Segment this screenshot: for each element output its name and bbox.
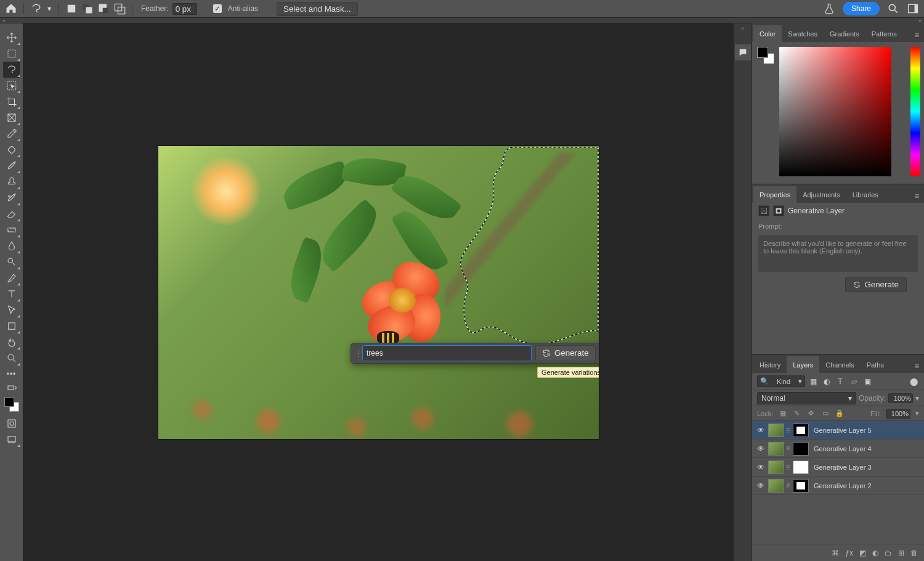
layer-mask-thumb[interactable]: [793, 479, 809, 493]
shape-tool[interactable]: [3, 318, 20, 334]
more-tools[interactable]: •••: [3, 366, 20, 382]
move-tool[interactable]: [3, 30, 20, 46]
layer-name[interactable]: Generative Layer 3: [811, 464, 920, 471]
frame-tool[interactable]: [3, 110, 20, 126]
filter-shape-icon[interactable]: ▱: [848, 376, 859, 387]
hue-slider[interactable]: [910, 47, 920, 176]
layer-row[interactable]: 👁 ⎘ Generative Layer 2: [752, 477, 924, 495]
comments-icon[interactable]: [735, 44, 751, 60]
document-canvas[interactable]: Generate ••• Back Generate variations: [158, 146, 599, 439]
home-icon[interactable]: [5, 2, 17, 15]
generate-button[interactable]: Generate: [535, 345, 596, 361]
panel-menu-icon[interactable]: ≡: [911, 359, 923, 373]
history-brush-tool[interactable]: [3, 190, 20, 206]
expand-panels-icon[interactable]: «: [741, 25, 744, 31]
visibility-toggle-icon[interactable]: 👁: [756, 463, 766, 472]
mask-icon[interactable]: ◩: [859, 549, 866, 557]
gradient-tool[interactable]: [3, 222, 20, 238]
eraser-tool[interactable]: [3, 206, 20, 222]
blur-tool[interactable]: [3, 238, 20, 254]
edit-toolbar[interactable]: [3, 382, 20, 393]
filter-smart-icon[interactable]: ▣: [862, 376, 873, 387]
selection-add-icon[interactable]: [81, 2, 94, 15]
fx-icon[interactable]: ƒx: [845, 549, 853, 557]
visibility-toggle-icon[interactable]: 👁: [756, 444, 766, 453]
panel-menu-icon[interactable]: ≡: [911, 189, 923, 203]
fill-chevron-icon[interactable]: ▾: [915, 409, 919, 417]
lasso-tool[interactable]: [3, 62, 20, 78]
tab-gradients[interactable]: Gradients: [824, 25, 865, 42]
hand-tool[interactable]: [3, 334, 20, 350]
eyedropper-tool[interactable]: [3, 126, 20, 142]
layer-row[interactable]: 👁 ⎘ Generative Layer 3: [752, 458, 924, 477]
filter-toggle-icon[interactable]: ⬤: [908, 376, 919, 387]
lock-pos-icon[interactable]: ✥: [806, 409, 816, 418]
filter-kind-select[interactable]: 🔍Kind▾: [757, 375, 805, 387]
layer-name[interactable]: Generative Layer 2: [811, 482, 920, 489]
lock-all-icon[interactable]: 🔒: [835, 409, 844, 418]
blend-mode-select[interactable]: Normal▾: [757, 392, 856, 404]
object-select-tool[interactable]: [3, 78, 20, 94]
tab-layers[interactable]: Layers: [787, 356, 819, 373]
tab-swatches[interactable]: Swatches: [782, 25, 824, 42]
share-button[interactable]: Share: [843, 2, 880, 15]
properties-generate-button[interactable]: Generate: [845, 277, 907, 292]
beaker-icon[interactable]: [823, 2, 835, 15]
filter-adj-icon[interactable]: ◐: [821, 376, 832, 387]
tab-history[interactable]: History: [753, 356, 787, 373]
layer-row[interactable]: 👁 ⎘ Generative Layer 4: [752, 440, 924, 458]
layer-mask-thumb[interactable]: [793, 442, 809, 456]
stamp-tool[interactable]: [3, 174, 20, 190]
selection-subtract-icon[interactable]: [97, 2, 110, 15]
layer-row[interactable]: 👁 ⎘ Generative Layer 5: [752, 421, 924, 440]
visibility-toggle-icon[interactable]: 👁: [756, 426, 766, 435]
lock-image-icon[interactable]: ✎: [792, 409, 801, 418]
fg-bg-swatch[interactable]: [757, 47, 774, 64]
path-select-tool[interactable]: [3, 302, 20, 318]
marquee-tool[interactable]: [3, 46, 20, 62]
tab-paths[interactable]: Paths: [861, 356, 890, 373]
foreground-background-swatch[interactable]: [3, 396, 20, 413]
expand-left-icon[interactable]: »: [2, 18, 6, 23]
tab-libraries[interactable]: Libraries: [846, 186, 885, 203]
heal-tool[interactable]: [3, 142, 20, 158]
lock-nest-icon[interactable]: ▭: [821, 409, 830, 418]
crop-tool[interactable]: [3, 94, 20, 110]
brush-tool[interactable]: [3, 158, 20, 174]
group-icon[interactable]: 🗀: [885, 549, 892, 557]
zoom-tool[interactable]: [3, 350, 20, 366]
link-layers-icon[interactable]: ⌘: [832, 549, 839, 557]
panel-menu-icon[interactable]: ≡: [911, 28, 923, 42]
tab-channels[interactable]: Channels: [819, 356, 860, 373]
opacity-input[interactable]: [888, 393, 913, 403]
properties-prompt-textarea[interactable]: Describe what you'd like to generate or …: [758, 235, 918, 272]
drag-handle[interactable]: [355, 347, 359, 359]
delete-icon[interactable]: 🗑: [910, 549, 918, 557]
anti-alias-checkbox[interactable]: ✓: [213, 4, 222, 13]
tab-patterns[interactable]: Patterns: [865, 25, 903, 42]
lock-trans-icon[interactable]: ▦: [778, 409, 787, 418]
lasso-icon[interactable]: [30, 2, 43, 15]
quick-mask-icon[interactable]: [3, 416, 20, 432]
tab-adjustments[interactable]: Adjustments: [796, 186, 846, 203]
layer-mask-thumb[interactable]: [793, 461, 809, 474]
layer-name[interactable]: Generative Layer 5: [811, 427, 920, 434]
filter-pixel-icon[interactable]: ▦: [808, 376, 819, 387]
adjustment-icon[interactable]: ◐: [872, 549, 878, 557]
new-layer-icon[interactable]: ⊞: [898, 549, 904, 557]
search-icon[interactable]: [887, 2, 899, 15]
layer-name[interactable]: Generative Layer 4: [811, 445, 920, 452]
layer-mask-thumb[interactable]: [793, 424, 809, 437]
visibility-toggle-icon[interactable]: 👁: [756, 481, 766, 490]
pen-tool[interactable]: [3, 270, 20, 286]
chevron-down-icon[interactable]: ▾: [46, 2, 52, 15]
opacity-chevron-icon[interactable]: ▾: [915, 394, 919, 403]
selection-new-icon[interactable]: [65, 2, 78, 15]
tab-color[interactable]: Color: [753, 25, 782, 42]
screen-mode-icon[interactable]: [3, 432, 20, 448]
feather-input[interactable]: [172, 3, 197, 15]
generative-prompt-input[interactable]: [362, 345, 532, 361]
type-tool[interactable]: [3, 286, 20, 302]
filter-type-icon[interactable]: T: [835, 376, 846, 387]
select-and-mask-button[interactable]: Select and Mask...: [277, 2, 358, 16]
